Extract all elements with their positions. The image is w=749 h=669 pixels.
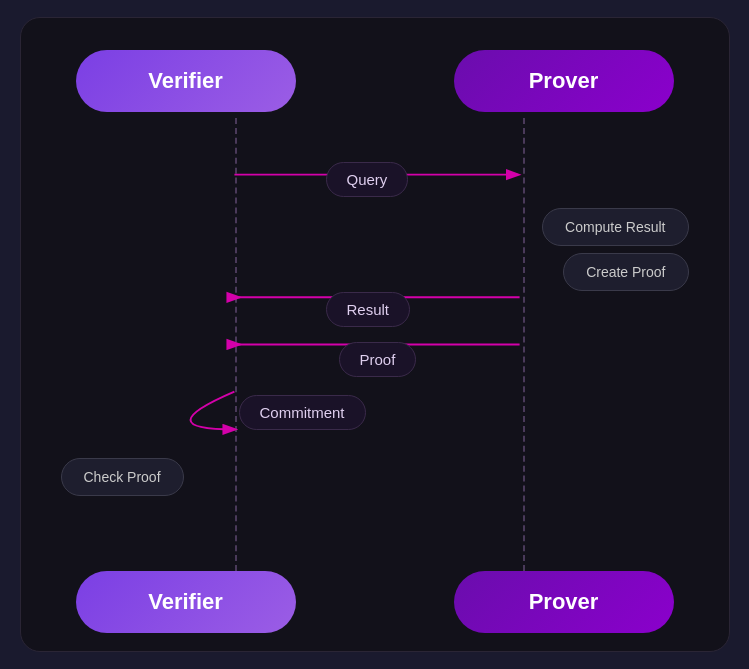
prover-top-label: Prover <box>529 68 599 93</box>
proof-label: Proof <box>339 342 417 377</box>
prover-top: Prover <box>454 50 674 112</box>
query-label: Query <box>326 162 409 197</box>
verifier-bottom-label: Verifier <box>148 589 223 614</box>
prover-lifeline <box>523 118 525 571</box>
prover-bottom: Prover <box>454 571 674 633</box>
verifier-top-label: Verifier <box>148 68 223 93</box>
diagram-container: Verifier Prover <box>20 17 730 652</box>
verifier-bottom: Verifier <box>76 571 296 633</box>
bottom-actor-row: Verifier Prover <box>21 571 729 633</box>
result-label: Result <box>326 292 411 327</box>
top-actor-row: Verifier Prover <box>21 18 729 112</box>
create-proof-box: Create Proof <box>563 253 688 291</box>
verifier-top: Verifier <box>76 50 296 112</box>
verifier-lifeline <box>235 118 237 571</box>
check-proof-box: Check Proof <box>61 458 184 496</box>
commitment-label: Commitment <box>239 395 366 430</box>
diagram-area: Query Compute Result Create Proof Result… <box>21 118 729 571</box>
compute-result-box: Compute Result <box>542 208 688 246</box>
prover-bottom-label: Prover <box>529 589 599 614</box>
